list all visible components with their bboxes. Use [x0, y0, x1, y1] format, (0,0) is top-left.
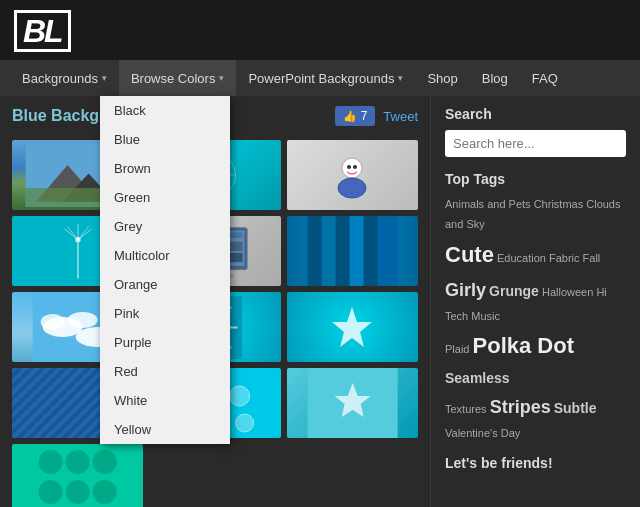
svg-point-61 [93, 450, 117, 474]
svg-point-55 [236, 414, 254, 432]
tweet-button[interactable]: Tweet [383, 109, 418, 124]
dropdown-item-brown[interactable]: Brown [100, 154, 230, 183]
tag-subtle[interactable]: Subtle [554, 400, 597, 416]
tag-christmas[interactable]: Christmas [534, 198, 584, 210]
browse-colors-dropdown: Black Blue Brown Green Grey Multicolor O… [100, 96, 230, 444]
svg-point-12 [338, 178, 366, 198]
tag-polka-dot[interactable]: Polka Dot [473, 333, 574, 358]
svg-point-62 [39, 480, 63, 504]
tag-valentines[interactable]: Valentine's Day [445, 427, 520, 439]
tag-halloween[interactable]: Halloween [542, 286, 593, 298]
dropdown-item-green[interactable]: Green [100, 183, 230, 212]
svg-rect-34 [335, 216, 349, 286]
navigation: Backgrounds ▾ Browse Colors ▾ PowerPoint… [0, 60, 640, 96]
tag-seamless[interactable]: Seamless [445, 370, 510, 386]
nav-shop[interactable]: Shop [415, 60, 469, 96]
like-count: 7 [361, 109, 368, 123]
tag-music[interactable]: Music [471, 310, 500, 322]
nav-backgrounds[interactable]: Backgrounds ▾ [10, 60, 119, 96]
svg-point-22 [75, 237, 80, 242]
svg-point-42 [68, 312, 98, 328]
dropdown-item-white[interactable]: White [100, 386, 230, 415]
dropdown-item-yellow[interactable]: Yellow [100, 415, 230, 444]
svg-rect-32 [307, 216, 321, 286]
arrow-icon: ▾ [398, 73, 403, 83]
top-tags-title: Top Tags [445, 171, 626, 187]
search-input[interactable] [445, 130, 626, 157]
like-button[interactable]: 👍 7 [335, 106, 376, 126]
tag-plaid[interactable]: Plaid [445, 343, 469, 355]
nav-blog[interactable]: Blog [470, 60, 520, 96]
svg-rect-33 [321, 216, 335, 286]
svg-point-63 [66, 480, 90, 504]
svg-point-13 [347, 165, 351, 169]
thumbnail-character[interactable] [287, 140, 418, 210]
social-bar: 👍 7 Tweet [335, 106, 418, 126]
svg-point-60 [66, 450, 90, 474]
tag-cute[interactable]: Cute [445, 242, 494, 267]
thumbnail-teal-star[interactable] [287, 292, 418, 362]
svg-point-11 [342, 158, 362, 178]
dropdown-item-black[interactable]: Black [100, 96, 230, 125]
dropdown-item-purple[interactable]: Purple [100, 328, 230, 357]
sidebar: Search Top Tags Animals and Pets Christm… [430, 96, 640, 507]
header: BL [0, 0, 640, 60]
tag-fall[interactable]: Fall [583, 252, 601, 264]
dropdown-item-multicolor[interactable]: Multicolor [100, 241, 230, 270]
nav-powerpoint[interactable]: PowerPoint Backgrounds ▾ [236, 60, 415, 96]
tag-fabric[interactable]: Fabric [549, 252, 580, 264]
svg-rect-37 [377, 216, 397, 286]
tag-textures[interactable]: Textures [445, 403, 487, 415]
svg-point-53 [230, 386, 250, 406]
svg-point-41 [41, 314, 65, 330]
dropdown-item-blue[interactable]: Blue [100, 125, 230, 154]
svg-marker-49 [332, 307, 372, 347]
tag-girly[interactable]: Girly [445, 280, 486, 300]
tags-container: Animals and Pets Christmas Clouds and Sk… [445, 195, 626, 443]
arrow-icon: ▾ [219, 73, 224, 83]
thumbs-icon: 👍 [343, 110, 357, 123]
nav-faq[interactable]: FAQ [520, 60, 570, 96]
dropdown-item-red[interactable]: Red [100, 357, 230, 386]
tag-education[interactable]: Education [497, 252, 546, 264]
svg-point-59 [39, 450, 63, 474]
friends-section-title: Let's be friends! [445, 455, 626, 471]
tag-stripes[interactable]: Stripes [490, 397, 551, 417]
search-section-title: Search [445, 106, 626, 122]
tag-animals-pets[interactable]: Animals and Pets [445, 198, 531, 210]
svg-rect-36 [363, 216, 377, 286]
nav-browse-colors[interactable]: Browse Colors ▾ [119, 60, 237, 96]
thumbnail-curtain[interactable] [287, 216, 418, 286]
dropdown-item-pink[interactable]: Pink [100, 299, 230, 328]
main-content: Blue Backgro... 👍 7 Tweet [0, 96, 640, 507]
dropdown-item-orange[interactable]: Orange [100, 270, 230, 299]
arrow-icon: ▾ [102, 73, 107, 83]
dropdown-item-grey[interactable]: Grey [100, 212, 230, 241]
logo[interactable]: BL [14, 10, 71, 52]
thumbnail-circles[interactable] [12, 444, 143, 507]
tag-grunge[interactable]: Grunge [489, 283, 539, 299]
svg-rect-35 [349, 216, 363, 286]
svg-point-64 [93, 480, 117, 504]
svg-point-14 [353, 165, 357, 169]
thumbnail-star-pattern[interactable] [287, 368, 418, 438]
